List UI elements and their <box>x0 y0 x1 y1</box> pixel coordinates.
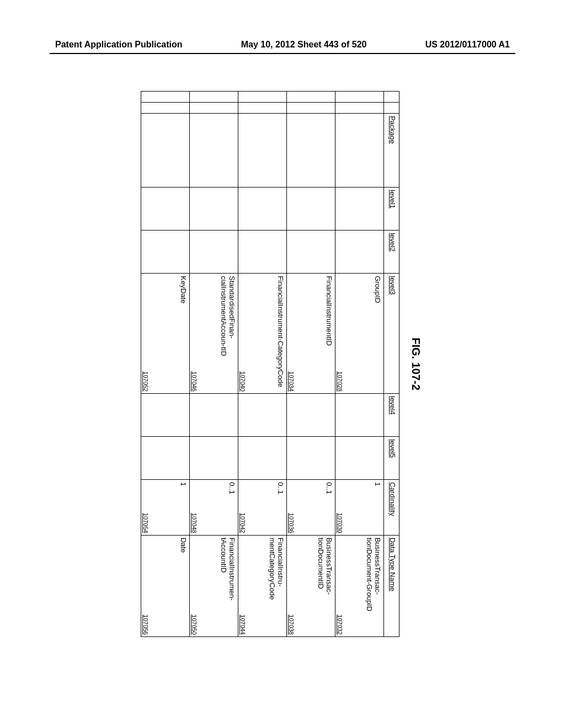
cell-level3-text: GroupID <box>373 276 381 391</box>
cell-blank <box>287 92 335 103</box>
cell-level2 <box>141 231 190 274</box>
cell-package <box>238 114 287 188</box>
figure-title: FIG. 107-2 <box>409 91 422 637</box>
cell-level3: GroupID 107028 <box>335 274 384 394</box>
cell-cardinality: 0..1 107036 <box>287 480 335 535</box>
ref-number: 107028 <box>337 371 343 392</box>
ref-number: 107044 <box>239 614 246 635</box>
cell-blank <box>190 92 238 103</box>
cell-level3: StandardisedFinan-cialInstrumentAccoun-t… <box>190 274 238 394</box>
cell-level2 <box>238 231 287 274</box>
cell-level5 <box>141 437 190 480</box>
cell-package <box>335 114 384 188</box>
header-right: US 2012/0117000 A1 <box>425 40 510 50</box>
cell-level1 <box>287 188 335 231</box>
cell-datatype: BusinessTransac-tionDocumentID 107038 <box>287 535 335 636</box>
cell-level4 <box>335 394 384 437</box>
cell-level4 <box>141 394 190 437</box>
cell-package <box>287 114 335 188</box>
header-left: Patent Application Publication <box>55 40 183 50</box>
cell-level5 <box>238 437 287 480</box>
ref-number: 107030 <box>337 513 343 533</box>
col-datatype: Data Type Name <box>384 535 399 636</box>
ref-number: 107038 <box>288 614 295 635</box>
table-row: GroupID 107028 1 107030 BusinessTransac-… <box>335 92 384 637</box>
ref-number: 107052 <box>142 371 149 392</box>
cell-level2 <box>190 231 238 274</box>
cell-level4 <box>238 394 287 437</box>
cell-datatype-text: BusinessTransac-tionDocument-GroupID <box>365 538 381 634</box>
cell-datatype: BusinessTransac-tionDocument-GroupID 107… <box>335 535 384 636</box>
ref-number: 107050 <box>191 614 198 635</box>
col-level5: level5 <box>384 437 399 480</box>
page: Patent Application Publication May 10, 2… <box>0 0 565 728</box>
cell-level3-text: StandardisedFinan-cialInstrumentAccoun-t… <box>219 276 236 391</box>
col-level2: level2 <box>384 231 399 274</box>
cell-level2 <box>287 231 335 274</box>
cell-cardinality: 1 107054 <box>141 480 190 535</box>
cell-blank <box>141 103 190 114</box>
cell-blank <box>335 92 384 103</box>
col-blank-2 <box>384 103 399 114</box>
cell-blank <box>190 103 238 114</box>
cell-level4 <box>287 394 335 437</box>
cell-blank <box>335 103 384 114</box>
cell-datatype: Date 107056 <box>141 535 190 636</box>
cell-cardinality: 1 107030 <box>335 480 384 535</box>
cell-datatype-text: FinancialInstru-mentCategoryCode <box>268 538 284 634</box>
cell-cardinality-text: 0..1 <box>276 482 284 532</box>
cell-level1 <box>335 188 384 231</box>
ref-number: 107042 <box>239 513 246 533</box>
cell-blank <box>287 103 335 114</box>
table-body: GroupID 107028 1 107030 BusinessTransac-… <box>141 92 384 637</box>
header-rule <box>50 53 515 54</box>
ref-number: 107048 <box>191 513 198 533</box>
ref-number: 107046 <box>191 371 198 392</box>
cell-level3: FinancialInstrumentID 107034 <box>287 274 335 394</box>
figure-rotated-wrap: FIG. 107-2 Package level1 level2 level3 <box>141 91 422 637</box>
cell-level1 <box>238 188 287 231</box>
cell-level5 <box>287 437 335 480</box>
figure: FIG. 107-2 Package level1 level2 level3 <box>141 91 422 637</box>
cell-level1 <box>141 188 190 231</box>
col-level3: level3 <box>384 274 399 394</box>
cell-cardinality-text: 0..1 <box>227 482 236 532</box>
col-cardinality: Cardinality <box>384 480 399 535</box>
table-row: FinancialInstrument-CategoryCode 107040 … <box>238 92 287 637</box>
cell-level5 <box>190 437 238 480</box>
cell-level3-text: FinancialInstrumentID <box>324 276 333 391</box>
cell-level2 <box>335 231 384 274</box>
cell-datatype: FinancialInstru-mentCategoryCode 107044 <box>238 535 287 636</box>
ref-number: 107036 <box>288 513 295 533</box>
ref-number: 107054 <box>142 513 149 533</box>
cell-level3: FinancialInstrument-CategoryCode 107040 <box>238 274 287 394</box>
cell-cardinality: 0..1 107048 <box>190 480 238 535</box>
cell-datatype-text: FinancialInstrumen-tAccountID <box>219 538 236 634</box>
ref-number: 107056 <box>142 614 149 635</box>
col-level1: level1 <box>384 188 399 231</box>
cell-level3-text: FinancialInstrument-CategoryCode <box>276 276 284 391</box>
page-header: Patent Application Publication May 10, 2… <box>0 40 565 50</box>
header-center: May 10, 2012 Sheet 443 of 520 <box>241 40 367 50</box>
cell-blank <box>238 92 287 103</box>
cell-blank <box>141 92 190 103</box>
ref-number: 107032 <box>337 614 343 635</box>
ref-number: 107034 <box>288 371 295 392</box>
cell-datatype-text: Date <box>179 538 187 634</box>
col-package: Package <box>384 114 399 188</box>
col-blank-1 <box>384 92 399 103</box>
cell-level3: KeyDate 107052 <box>141 274 190 394</box>
table-row: KeyDate 107052 1 107054 Date 107056 <box>141 92 190 637</box>
table-row: FinancialInstrumentID 107034 0..1 107036… <box>287 92 335 637</box>
cell-cardinality-text: 1 <box>179 482 187 532</box>
ref-number: 107040 <box>239 371 246 392</box>
spec-table: Package level1 level2 level3 level4 leve… <box>141 91 399 637</box>
cell-level5 <box>335 437 384 480</box>
cell-level4 <box>190 394 238 437</box>
cell-level1 <box>190 188 238 231</box>
table-row: StandardisedFinan-cialInstrumentAccoun-t… <box>190 92 238 637</box>
cell-level3-text: KeyDate <box>179 276 187 391</box>
cell-blank <box>238 103 287 114</box>
cell-package <box>190 114 238 188</box>
table-header-row: Package level1 level2 level3 level4 leve… <box>384 92 399 637</box>
